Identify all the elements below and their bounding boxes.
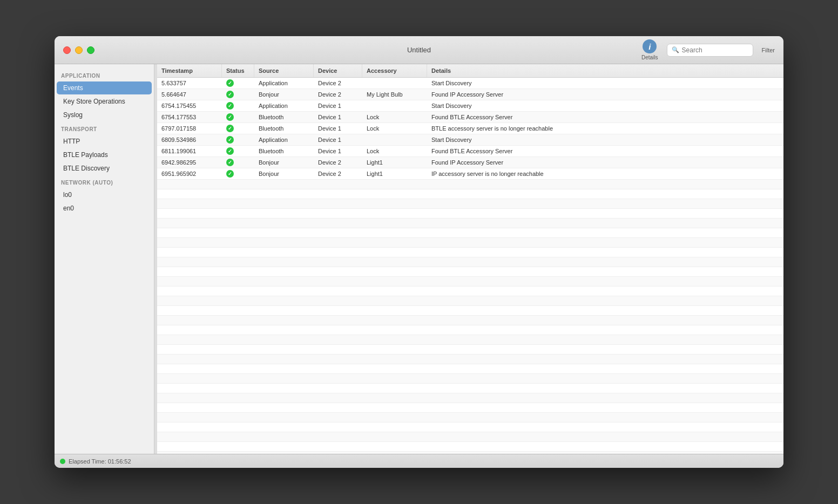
table-row-empty <box>157 257 783 267</box>
table-row-empty <box>157 306 783 316</box>
sidebar-item-http[interactable]: HTTP <box>57 135 152 148</box>
table-row-empty <box>157 432 783 442</box>
search-box: 🔍 <box>667 44 753 57</box>
sidebar-item-key-store-operations[interactable]: Key Store Operations <box>57 95 152 108</box>
cell-source: Bonjour <box>254 168 314 179</box>
sidebar: APPLICATIONEventsKey Store OperationsSys… <box>55 64 154 454</box>
cell-accessory: Lock <box>362 146 427 156</box>
cell-source: Bluetooth <box>254 146 314 156</box>
table-row-empty <box>157 345 783 355</box>
table-header-cell: Status <box>222 64 254 77</box>
window-title: Untitled <box>407 46 431 54</box>
table-row-empty <box>157 248 783 257</box>
table-row[interactable]: 6754.177553✓BluetoothDevice 1LockFound B… <box>157 112 783 123</box>
cell-source: Application <box>254 100 314 111</box>
cell-device: Device 2 <box>314 168 362 179</box>
table-row-empty <box>157 413 783 423</box>
table-row[interactable]: 5.633757✓ApplicationDevice 2Start Discov… <box>157 78 783 89</box>
sidebar-item-syslog[interactable]: Syslog <box>57 108 152 121</box>
table-row[interactable]: 6811.199061✓BluetoothDevice 1LockFound B… <box>157 146 783 157</box>
cell-source: Application <box>254 78 314 88</box>
status-ok-icon: ✓ <box>226 159 234 166</box>
status-ok-icon: ✓ <box>226 170 234 178</box>
cell-accessory: Light1 <box>362 168 427 179</box>
cell-timestamp: 6809.534986 <box>157 134 222 145</box>
cell-source: Bluetooth <box>254 123 314 134</box>
traffic-lights <box>63 46 94 54</box>
table-row[interactable]: 6942.986295✓BonjourDevice 2Light1Found I… <box>157 157 783 168</box>
status-ok-icon: ✓ <box>226 136 234 144</box>
table-row-empty <box>157 335 783 345</box>
details-button[interactable]: i Details <box>641 39 658 60</box>
cell-status: ✓ <box>222 134 254 145</box>
cell-timestamp: 6754.177553 <box>157 112 222 122</box>
sidebar-item-btle-discovery[interactable]: BTLE Discovery <box>57 162 152 175</box>
main-content: APPLICATIONEventsKey Store OperationsSys… <box>55 64 783 454</box>
table-row-empty <box>157 228 783 238</box>
cell-device: Device 2 <box>314 157 362 168</box>
table-row-empty <box>157 355 783 364</box>
cell-accessory: Light1 <box>362 157 427 168</box>
filter-label[interactable]: Filter <box>762 47 775 53</box>
sidebar-item-events[interactable]: Events <box>57 81 152 94</box>
cell-status: ✓ <box>222 123 254 134</box>
cell-status: ✓ <box>222 157 254 168</box>
minimize-button[interactable] <box>75 46 83 54</box>
status-ok-icon: ✓ <box>226 79 234 87</box>
table-row[interactable]: 6809.534986✓ApplicationDevice 1Start Dis… <box>157 134 783 146</box>
table-area: TimestampStatusSourceDeviceAccessoryDeta… <box>157 64 783 454</box>
cell-timestamp: 6811.199061 <box>157 146 222 156</box>
close-button[interactable] <box>63 46 71 54</box>
cell-source: Bluetooth <box>254 112 314 122</box>
table-header-cell: Device <box>314 64 362 77</box>
table-row-empty <box>157 199 783 209</box>
sidebar-item-en0[interactable]: en0 <box>57 202 152 215</box>
status-ok-icon: ✓ <box>226 102 234 110</box>
cell-timestamp: 6797.017158 <box>157 123 222 134</box>
table-row-empty <box>157 364 783 374</box>
maximize-button[interactable] <box>87 46 94 54</box>
cell-status: ✓ <box>222 146 254 156</box>
cell-status: ✓ <box>222 78 254 88</box>
table-header-cell: Accessory <box>362 64 427 77</box>
table-row[interactable]: 5.664647✓BonjourDevice 2My Light BulbFou… <box>157 89 783 100</box>
search-input[interactable] <box>682 46 748 54</box>
sidebar-item-btle-payloads[interactable]: BTLE Payloads <box>57 148 152 161</box>
table-row-empty <box>157 180 783 189</box>
table-row[interactable]: 6951.965902✓BonjourDevice 2Light1IP acce… <box>157 168 783 180</box>
cell-status: ✓ <box>222 112 254 122</box>
table-row-empty <box>157 209 783 219</box>
status-ok-icon: ✓ <box>226 147 234 155</box>
cell-source: Bonjour <box>254 157 314 168</box>
cell-details: Start Discovery <box>427 78 783 88</box>
status-ok-icon: ✓ <box>226 125 234 132</box>
table-row[interactable]: 6797.017158✓BluetoothDevice 1LockBTLE ac… <box>157 123 783 134</box>
statusbar: Elapsed Time: 01:56:52 <box>55 454 783 468</box>
sidebar-item-lo0[interactable]: lo0 <box>57 188 152 201</box>
cell-timestamp: 5.633757 <box>157 78 222 88</box>
table-row-empty <box>157 296 783 306</box>
cell-timestamp: 6951.965902 <box>157 168 222 179</box>
cell-accessory <box>362 100 427 111</box>
cell-details: BTLE accessory server is no longer reach… <box>427 123 783 134</box>
table-row-empty <box>157 287 783 296</box>
cell-device: Device 2 <box>314 89 362 100</box>
table-row-empty <box>157 189 783 199</box>
cell-details: Start Discovery <box>427 134 783 145</box>
cell-details: Found BTLE Accessory Server <box>427 146 783 156</box>
cell-accessory <box>362 134 427 145</box>
elapsed-label: Elapsed Time: 01:56:52 <box>69 458 131 465</box>
titlebar: Untitled i Details 🔍 Filter <box>55 36 783 64</box>
cell-device: Device 1 <box>314 134 362 145</box>
table-row-empty <box>157 423 783 432</box>
table-row-empty <box>157 384 783 393</box>
elapsed-dot <box>60 459 65 464</box>
status-ok-icon: ✓ <box>226 113 234 121</box>
table-row-empty <box>157 267 783 277</box>
table-row-empty <box>157 403 783 413</box>
table-row[interactable]: 6754.175455✓ApplicationDevice 1Start Dis… <box>157 100 783 112</box>
main-window: Untitled i Details 🔍 Filter APPLICATIONE… <box>55 36 783 468</box>
cell-source: Bonjour <box>254 89 314 100</box>
table-row-empty <box>157 393 783 403</box>
cell-status: ✓ <box>222 168 254 179</box>
